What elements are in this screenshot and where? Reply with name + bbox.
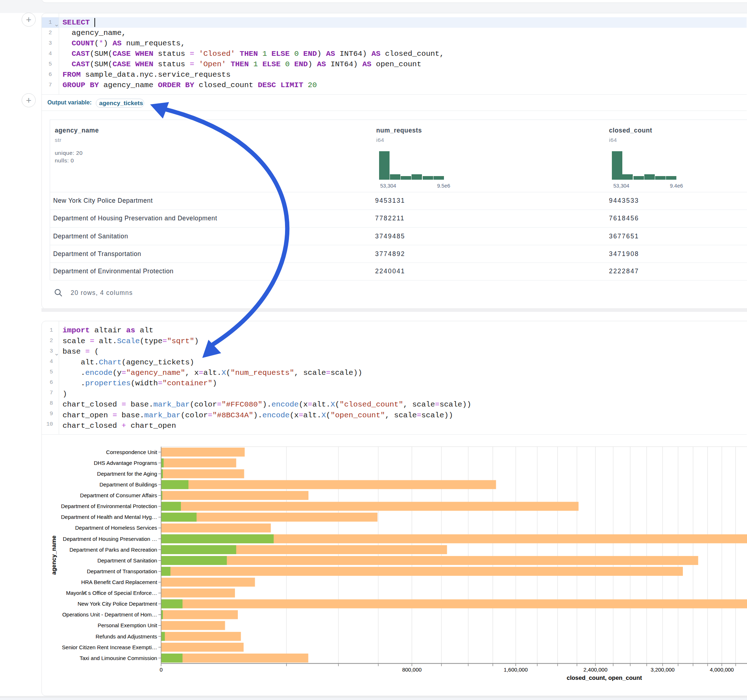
svg-text:agency_name: agency_name — [50, 536, 57, 575]
svg-text:Department for the Aging: Department for the Aging — [97, 471, 157, 477]
svg-text:Department of Parks and Recrea: Department of Parks and Recreation — [70, 547, 157, 553]
svg-text:3,200,000: 3,200,000 — [650, 667, 674, 673]
svg-text:HRA Benefit Card Replacement: HRA Benefit Card Replacement — [81, 579, 157, 585]
svg-text:Refunds and Adjustments: Refunds and Adjustments — [95, 634, 157, 640]
svg-text:Department of Buildings: Department of Buildings — [100, 481, 157, 487]
svg-text:Department of Environmental Pr: Department of Environmental Protection — [61, 503, 157, 509]
svg-text:Department of Homeless Service: Department of Homeless Services — [75, 525, 157, 531]
svg-text:0: 0 — [160, 667, 163, 673]
svg-text:Personal Exemption Unit: Personal Exemption Unit — [98, 622, 157, 628]
svg-text:closed_count, open_count: closed_count, open_count — [567, 674, 642, 681]
svg-text:New York City Police Departmen: New York City Police Department — [77, 600, 157, 607]
svg-text:Operations Unit - Department o: Operations Unit - Department of Hom… — [62, 611, 157, 617]
svg-text:Department of Health and Menta: Department of Health and Mental Hyg… — [61, 514, 157, 520]
svg-text:Correspondence Unit: Correspondence Unit — [106, 449, 157, 455]
svg-text:1,600,000: 1,600,000 — [504, 667, 528, 673]
svg-text:Senior Citizen Rent Increase E: Senior Citizen Rent Increase Exempti… — [62, 644, 157, 650]
svg-text:4,000,000: 4,000,000 — [710, 667, 734, 673]
svg-text:Taxi and Limousine Commission: Taxi and Limousine Commission — [80, 655, 157, 661]
svg-text:Department of Transportation: Department of Transportation — [87, 568, 157, 574]
svg-text:Department of Sanitation: Department of Sanitation — [97, 557, 157, 564]
svg-text:Department of Housing Preserva: Department of Housing Preservation … — [63, 536, 157, 542]
svg-text:Department of Consumer Affairs: Department of Consumer Affairs — [80, 492, 157, 498]
svg-text:2,400,000: 2,400,000 — [584, 667, 608, 673]
svg-text:DHS Advantage Programs: DHS Advantage Programs — [94, 460, 157, 466]
svg-text:Mayorâ€ s Office of Special En: Mayorâ€ s Office of Special Enforce… — [66, 590, 157, 596]
svg-text:800,000: 800,000 — [402, 667, 422, 673]
